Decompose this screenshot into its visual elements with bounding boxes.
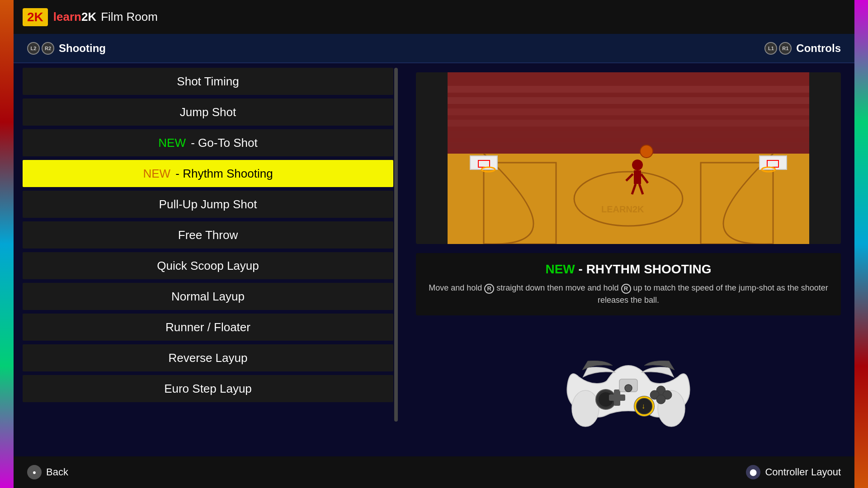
logo-2k: 2K <box>23 8 48 26</box>
logo-film-room-text: Film Room <box>101 10 158 24</box>
top-bar: 2K learn2K Film Room <box>14 0 854 34</box>
menu-item-label-jump-shot: Jump Shot <box>180 105 236 119</box>
menu-item-label-normal-layup: Normal Layup <box>171 290 245 304</box>
svg-point-25 <box>640 145 653 158</box>
menu-item-normal-layup[interactable]: Normal Layup <box>23 283 393 310</box>
nav-bar: L2 R2 Shooting L1 R1 Controls <box>14 34 854 63</box>
main-content: Shot TimingJump ShotNEW - Go-To ShotNEW … <box>14 63 854 456</box>
svg-text:LEARN2K: LEARN2K <box>601 204 644 214</box>
logo-learn-part: learn <box>53 10 81 23</box>
info-title-rest: - RHYTHM SHOOTING <box>579 262 712 276</box>
svg-rect-5 <box>448 120 809 127</box>
menu-item-label-shot-timing: Shot Timing <box>177 75 239 89</box>
info-description: Move and hold R straight down then move … <box>425 282 832 306</box>
detail-panel: LEARN2K NEW - RHYTHM SHOOTING Move and h… <box>402 63 854 456</box>
r-button-icon-1: R <box>484 284 494 294</box>
logo-learn2k: learn2K <box>53 10 96 24</box>
menu-item-rhythm-shooting[interactable]: NEW - Rhythm Shooting <box>23 160 393 187</box>
menu-item-label-runner-floater: Runner / Floater <box>165 320 250 334</box>
menu-item-label-free-throw: Free Throw <box>178 228 238 242</box>
svg-rect-9 <box>448 154 809 244</box>
back-circle-icon: ● <box>27 465 42 479</box>
r2-badge: R2 <box>42 42 54 55</box>
back-button[interactable]: ● Back <box>27 465 68 479</box>
new-tag-rhythm-shooting: NEW <box>143 167 170 180</box>
svg-point-41 <box>625 385 632 392</box>
svg-point-39 <box>656 395 665 404</box>
menu-item-pull-up-jump-shot[interactable]: Pull-Up Jump Shot <box>23 191 393 218</box>
controller-layout-icon: ⬤ <box>746 465 760 479</box>
menu-item-label-go-to-shot: NEW - Go-To Shot <box>158 136 257 150</box>
menu-item-shot-timing[interactable]: Shot Timing <box>23 68 393 95</box>
svg-rect-3 <box>448 97 809 104</box>
menu-list[interactable]: Shot TimingJump ShotNEW - Go-To ShotNEW … <box>14 63 402 456</box>
new-tag-go-to-shot: NEW <box>158 136 186 150</box>
controller-illustration: ↓ <box>561 341 696 431</box>
logo-text: learn2K Film Room <box>53 10 158 24</box>
logo-2k-part: 2K <box>81 10 96 23</box>
controller-layout-label: Controller Layout <box>765 466 841 478</box>
svg-rect-2 <box>448 86 809 93</box>
video-preview: LEARN2K <box>416 72 841 244</box>
menu-item-label-euro-step-layup: Euro Step Layup <box>164 382 252 396</box>
info-title: NEW - RHYTHM SHOOTING <box>425 262 832 277</box>
svg-point-19 <box>632 160 643 170</box>
svg-rect-20 <box>634 170 641 184</box>
bottom-bar: ● Back ⬤ Controller Layout <box>14 456 854 488</box>
menu-item-euro-step-layup[interactable]: Euro Step Layup <box>23 375 393 402</box>
r1-badge: R1 <box>779 42 792 55</box>
menu-item-quick-scoop-layup[interactable]: Quick Scoop Layup <box>23 252 393 279</box>
menu-item-jump-shot[interactable]: Jump Shot <box>23 99 393 126</box>
menu-item-go-to-shot[interactable]: NEW - Go-To Shot <box>23 129 393 156</box>
controller-area: ↓ <box>416 324 841 447</box>
nav-controls-section: L1 R1 Controls <box>764 42 841 55</box>
svg-rect-6 <box>448 131 809 138</box>
r-button-icon-2: R <box>621 284 631 294</box>
info-card: NEW - RHYTHM SHOOTING Move and hold R st… <box>416 253 841 315</box>
svg-point-27 <box>572 390 599 427</box>
menu-item-label-rhythm-shooting: NEW - Rhythm Shooting <box>143 167 273 181</box>
svg-rect-35 <box>609 394 625 401</box>
nav-shooting-icon: L2 R2 <box>27 42 54 55</box>
nav-shooting-section: L2 R2 Shooting <box>27 42 106 55</box>
svg-text:↓: ↓ <box>642 402 645 410</box>
nav-controls-icon: L1 R1 <box>764 42 792 55</box>
svg-rect-7 <box>448 142 809 149</box>
menu-item-label-reverse-layup: Reverse Layup <box>169 351 248 365</box>
side-decoration-left <box>0 0 14 488</box>
side-decoration-right <box>854 0 868 488</box>
controller-layout-button[interactable]: ⬤ Controller Layout <box>746 465 841 479</box>
l2-badge: L2 <box>27 42 40 55</box>
logo-area: 2K learn2K Film Room <box>23 8 158 26</box>
menu-item-label-quick-scoop-layup: Quick Scoop Layup <box>157 259 259 273</box>
svg-rect-4 <box>448 108 809 115</box>
l1-badge: L1 <box>764 42 777 55</box>
back-label: Back <box>46 466 68 478</box>
info-new-tag: NEW <box>545 262 575 276</box>
menu-item-runner-floater[interactable]: Runner / Floater <box>23 314 393 341</box>
menu-item-free-throw[interactable]: Free Throw <box>23 221 393 249</box>
nav-controls-label: Controls <box>796 42 841 55</box>
menu-item-reverse-layup[interactable]: Reverse Layup <box>23 344 393 371</box>
nav-shooting-label: Shooting <box>59 42 106 55</box>
menu-item-label-pull-up-jump-shot: Pull-Up Jump Shot <box>159 197 257 211</box>
